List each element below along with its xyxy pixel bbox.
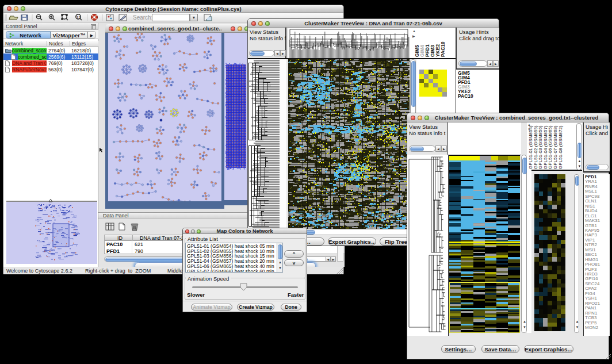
svg-text:1:1: 1:1 (76, 16, 81, 19)
